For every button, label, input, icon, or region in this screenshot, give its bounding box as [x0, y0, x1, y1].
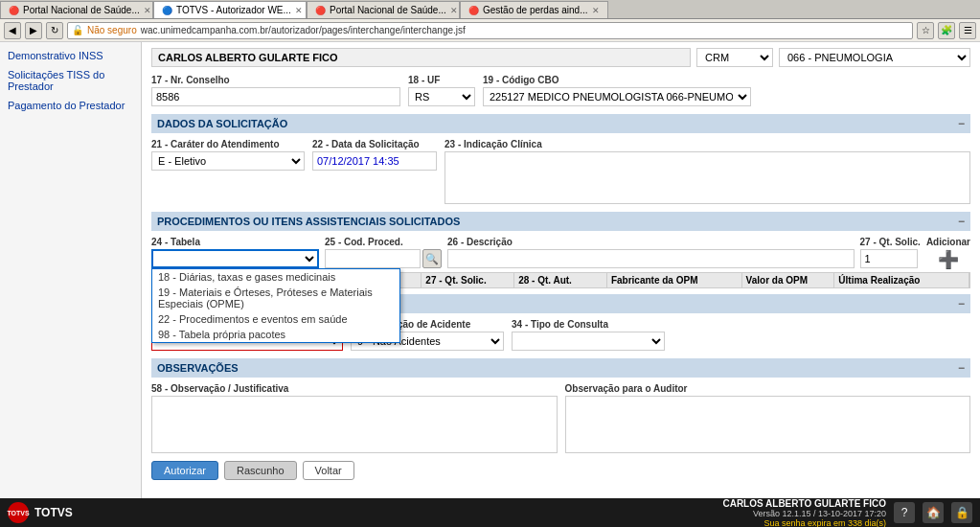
auditor-group: Observação para o Auditor	[565, 383, 971, 453]
tab-close-2[interactable]: ✕	[295, 6, 303, 15]
field22-input[interactable]	[312, 151, 437, 171]
tab-portal-1[interactable]: 🔴 Portal Nacional de Saúde... ✕	[0, 1, 153, 18]
sidebar-item-solicitacoes[interactable]: Solicitações TISS do Prestador	[0, 65, 141, 96]
totvs-logo-circle: TOTVS	[8, 502, 29, 523]
dropdown-option-2[interactable]: 19 - Materiais e Órteses, Próteses e Mat…	[152, 285, 399, 311]
col-qt-solic: 27 - Qt. Solic.	[422, 273, 514, 287]
auditor-textarea[interactable]	[565, 396, 971, 453]
field27-label: 27 - Qt. Solic.	[860, 237, 921, 247]
bottom-version: Versão 12.1.15 / 13-10-2017 17:20	[722, 509, 886, 518]
field25-input[interactable]	[325, 249, 421, 268]
field22-label: 22 - Data da Solicitação	[312, 139, 437, 149]
field27-input[interactable]	[860, 249, 918, 268]
field23-textarea[interactable]	[444, 151, 970, 204]
field58-group: 58 - Observação / Justificativa	[151, 383, 558, 453]
field21-select[interactable]: E - Eletivo	[151, 151, 305, 171]
main-container: Demonstrativo INSS Solicitações TISS do …	[0, 42, 980, 506]
field22-group: 22 - Data da Solicitação	[312, 139, 437, 171]
patient-header: CARLOS ALBERTO GULARTE FICO CRM 066 - PN…	[151, 48, 970, 67]
crm-select[interactable]: CRM	[696, 48, 773, 67]
section-solicitacao: DADOS DA SOLICITAÇÃO −	[151, 114, 970, 133]
extensions-button[interactable]: 🧩	[938, 22, 955, 39]
field19-select[interactable]: 225127 MEDICO PNEUMOLOGISTA 066-PNEUMOL	[483, 87, 751, 106]
field18-select[interactable]: RS	[408, 87, 475, 106]
tab-totvs[interactable]: 🔵 TOTVS - Autorizador WE... ✕	[153, 1, 307, 18]
field24-select[interactable]	[151, 249, 319, 268]
dropdown-option-4[interactable]: 98 - Tabela própria pacotes	[152, 327, 399, 342]
field58-label: 58 - Observação / Justificativa	[151, 383, 558, 394]
bookmark-button[interactable]: ☆	[917, 22, 934, 39]
tab-close-4[interactable]: ✕	[592, 6, 600, 15]
totvs-label: TOTVS	[34, 506, 73, 519]
field34-select[interactable]	[512, 332, 665, 351]
field24-label: 24 - Tabela	[151, 237, 319, 247]
tab-gestao[interactable]: 🔴 Gestão de perdas aind... ✕	[460, 1, 608, 18]
field17-label: 17 - Nr. Conselho	[151, 75, 400, 85]
field34-label: 34 - Tipo de Consulta	[512, 319, 665, 330]
auditor-label: Observação para o Auditor	[565, 383, 971, 394]
sidebar-item-demonstrativo[interactable]: Demonstrativo INSS	[0, 46, 141, 65]
proc-input-row: 24 - Tabela 18 - Diárias, taxas e gases …	[151, 237, 970, 268]
field58-textarea[interactable]	[151, 396, 558, 453]
field26-label: 26 - Descrição	[447, 237, 855, 247]
col-ultima: Última Realização	[834, 273, 969, 287]
field19-group: 19 - Código CBO 225127 MEDICO PNEUMOLOGI…	[483, 75, 751, 106]
menu-button[interactable]: ☰	[959, 22, 976, 39]
tab-close-1[interactable]: ✕	[144, 6, 151, 15]
specialty-select[interactable]: 066 - PNEUMOLOGIA	[779, 48, 970, 67]
field18-group: 18 - UF RS	[408, 75, 475, 106]
home-icon[interactable]: 🏠	[923, 502, 944, 523]
security-icon: 🔓	[72, 25, 83, 35]
bottom-username: CARLOS ALBERTO GULARTE FICO	[722, 498, 886, 509]
col-qt-aut: 28 - Qt. Aut.	[514, 273, 607, 287]
voltar-button[interactable]: Voltar	[303, 461, 354, 480]
bottom-bar: TOTVS TOTVS CARLOS ALBERTO GULARTE FICO …	[0, 498, 980, 527]
content-area: CARLOS ALBERTO GULARTE FICO CRM 066 - PN…	[142, 42, 980, 506]
tab-portal-2[interactable]: 🔴 Portal Nacional de Saúde... ✕	[307, 1, 460, 18]
field27-group: 27 - Qt. Solic.	[860, 237, 921, 268]
action-buttons: Autorizar Rascunho Voltar	[151, 461, 970, 480]
col-valor: Valor da OPM	[742, 273, 835, 287]
refresh-button[interactable]: ↻	[46, 22, 63, 39]
section-procedimentos-toggle[interactable]: −	[958, 215, 965, 228]
field23-label: 23 - Indicação Clínica	[444, 139, 970, 149]
bottom-user-info: CARLOS ALBERTO GULARTE FICO Versão 12.1.…	[722, 498, 886, 528]
field18-label: 18 - UF	[408, 75, 475, 85]
field24-group: 24 - Tabela 18 - Diárias, taxas e gases …	[151, 237, 319, 268]
adicionar-group: Adicionar ➕	[926, 237, 970, 268]
adicionar-label: Adicionar	[926, 237, 970, 247]
sidebar: Demonstrativo INSS Solicitações TISS do …	[0, 42, 142, 506]
form-row-17-19: 17 - Nr. Conselho 18 - UF RS 19 - Código…	[151, 75, 970, 106]
nav-bar: ◀ ▶ ↻ 🔓 Não seguro wac.unimedcampanha.co…	[0, 19, 980, 42]
field25-group: 25 - Cod. Proced. 🔍	[325, 237, 442, 268]
back-button[interactable]: ◀	[4, 22, 21, 39]
sidebar-item-pagamento[interactable]: Pagamento do Prestador	[0, 96, 141, 115]
forward-button[interactable]: ▶	[25, 22, 42, 39]
autorizar-button[interactable]: Autorizar	[151, 461, 218, 480]
lock-icon[interactable]: 🔒	[951, 502, 972, 523]
field26-group: 26 - Descrição	[447, 237, 855, 268]
adicionar-button[interactable]: ➕	[926, 251, 970, 268]
section-atendimento-toggle[interactable]: −	[958, 297, 965, 310]
field19-label: 19 - Código CBO	[483, 75, 751, 85]
field25-label: 25 - Cod. Proced.	[325, 237, 442, 247]
field26-input[interactable]	[447, 249, 855, 268]
field21-label: 21 - Caráter do Atendimento	[151, 139, 305, 149]
address-bar[interactable]: 🔓 Não seguro wac.unimedcampanha.com.br/a…	[67, 22, 913, 39]
totvs-logo-text: TOTVS	[7, 510, 29, 516]
field17-group: 17 - Nr. Conselho	[151, 75, 400, 106]
field17-input[interactable]	[151, 87, 400, 106]
tab-close-3[interactable]: ✕	[450, 6, 458, 15]
col-fabricante: Fabricante da OPM	[607, 273, 742, 287]
field23-group: 23 - Indicação Clínica	[444, 139, 970, 204]
rascunho-button[interactable]: Rascunho	[224, 461, 297, 480]
dropdown-option-3[interactable]: 22 - Procedimentos e eventos em saúde	[152, 311, 399, 327]
section-solicitacao-toggle[interactable]: −	[958, 117, 965, 130]
help-icon[interactable]: ?	[894, 502, 915, 523]
field25-search-button[interactable]: 🔍	[422, 249, 442, 268]
field24-dropdown: 18 - Diárias, taxas e gases medicinais 1…	[151, 268, 400, 343]
field34-group: 34 - Tipo de Consulta	[512, 319, 665, 351]
field21-group: 21 - Caráter do Atendimento E - Eletivo	[151, 139, 305, 171]
dropdown-option-1[interactable]: 18 - Diárias, taxas e gases medicinais	[152, 269, 399, 285]
section-observacoes-toggle[interactable]: −	[958, 361, 965, 375]
